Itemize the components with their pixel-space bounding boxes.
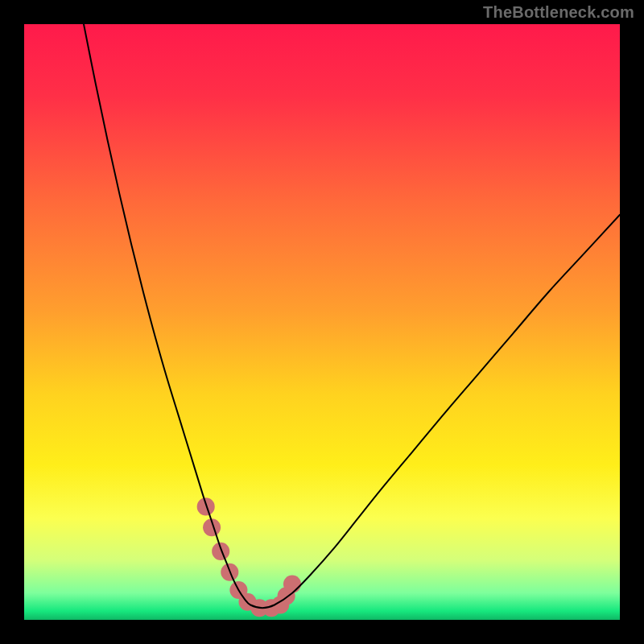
bottleneck-curve [84, 24, 620, 608]
watermark-text: TheBottleneck.com [483, 3, 634, 22]
chart-svg [24, 24, 620, 620]
highlight-marker [197, 497, 215, 515]
chart-frame: TheBottleneck.com [0, 0, 644, 644]
highlight-marker [283, 576, 301, 593]
plot-area [24, 24, 620, 620]
highlight-marker [212, 543, 229, 560]
